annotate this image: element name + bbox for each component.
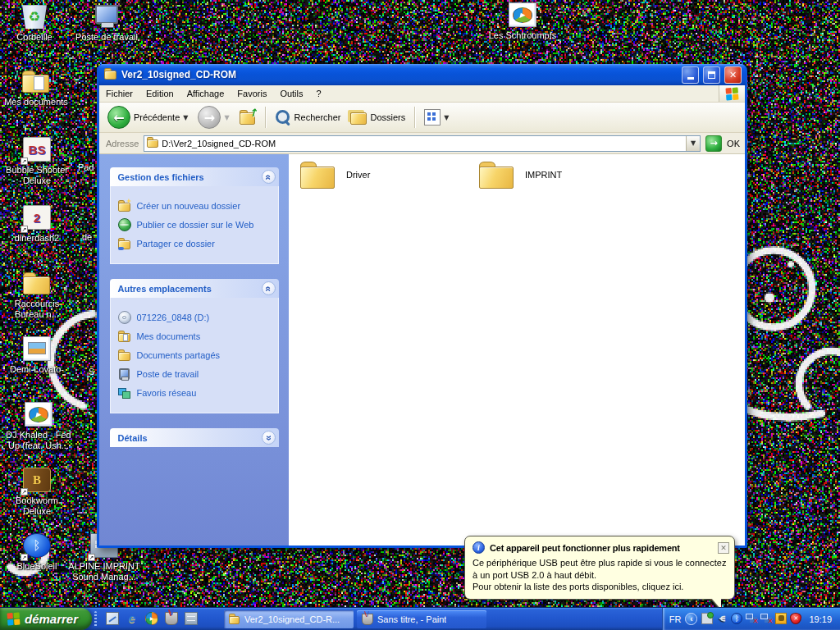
taskbar-button[interactable]: Sans titre, - Paint: [357, 610, 486, 628]
tray-usb-device[interactable]: Ψ: [716, 613, 728, 626]
chevron-down-icon[interactable]: «: [262, 431, 276, 445]
tray-safely-remove-hardware[interactable]: [701, 613, 713, 626]
section-header[interactable]: Autres emplacements«: [110, 279, 279, 298]
language-indicator[interactable]: FR: [669, 614, 682, 624]
start-label: démarrer: [25, 612, 78, 626]
section-body: Créer un nouveau dossierPublier ce dossi…: [110, 186, 279, 264]
forward-button[interactable]: → ▼: [194, 104, 232, 130]
task-link-my-computer[interactable]: Poste de travail: [118, 368, 275, 381]
balloon-text-line: à un port USB 2.0 à haut débit.: [472, 569, 728, 582]
back-button[interactable]: ← Précédente ▼: [104, 104, 191, 130]
alpine-updates-icon: [775, 613, 787, 624]
new-folder-icon: [118, 199, 131, 212]
quick-launch-app[interactable]: [185, 612, 198, 627]
maximize-button[interactable]: [703, 66, 720, 84]
views-button[interactable]: ▼: [421, 107, 452, 127]
task-link-new-folder[interactable]: Créer un nouveau dossier: [118, 199, 275, 212]
task-link-network[interactable]: Favoris réseau: [118, 386, 275, 399]
up-button[interactable]: [236, 107, 259, 127]
usb-notification-balloon[interactable]: i Cet appareil peut fonctionner plus rap…: [464, 536, 735, 600]
tray-security-alert[interactable]: ✕: [790, 613, 801, 626]
quick-launch-internet-explorer[interactable]: e: [126, 612, 139, 627]
file-tile-driver[interactable]: Driver: [300, 160, 472, 189]
task-pane: Gestion des fichiers«Créer un nouveau do…: [99, 154, 289, 546]
minimize-icon: [687, 73, 694, 80]
menu-item-outils[interactable]: Outils: [273, 85, 309, 102]
network-icon: [118, 386, 131, 399]
desktop-icon-poste-de-travail[interactable]: Poste de travail: [69, 4, 144, 43]
chevron-up-icon[interactable]: «: [262, 281, 276, 295]
start-button[interactable]: démarrer: [0, 608, 92, 630]
tray-network-disconnected[interactable]: [746, 613, 757, 626]
desktop-icon-demi-lovato[interactable]: Demi-Lovato-: [2, 336, 72, 375]
menu-item-favoris[interactable]: Favoris: [231, 85, 273, 102]
shortcut-arrow-icon: ↗: [21, 158, 28, 165]
balloon-close-button[interactable]: ✕: [718, 542, 729, 554]
desktop-icon-bubble-shooter[interactable]: BS↗Bubble Shooter Deluxe: [2, 137, 72, 186]
desktop-icon-bookworm[interactable]: B↗Bookworm Deluxe: [2, 468, 72, 517]
section-header[interactable]: Gestion des fichiers«: [110, 167, 279, 186]
desktop-icon-label-partial: Pad: [78, 162, 94, 172]
menu-item-fichier[interactable]: Fichier: [99, 85, 139, 102]
desktop-icon-les-schtroumpfs[interactable]: Les Schtroumpfs: [476, 2, 569, 41]
search-button[interactable]: Rechercher: [272, 107, 345, 127]
quick-launch-windows-media-player[interactable]: [145, 612, 158, 627]
task-pane-section: Gestion des fichiers«Créer un nouveau do…: [110, 167, 279, 264]
desktop-icon-dj-khaled[interactable]: DJ Khaled - Fed Up (feat. Ush...: [0, 402, 77, 451]
menu-item-affichage[interactable]: Affichage: [180, 85, 231, 102]
desktop-icon-label-partial: de: [82, 232, 92, 242]
task-link-cd-drive[interactable]: 071226_0848 (D:): [118, 311, 275, 324]
paint-icon: [362, 614, 373, 625]
section-header[interactable]: Détails«: [110, 428, 279, 447]
desktop-icon-mes-documents[interactable]: Mes documents: [0, 69, 72, 107]
file-tile-imprint[interactable]: IMPRINT: [479, 160, 651, 189]
views-dropdown-icon[interactable]: ▼: [444, 114, 449, 121]
my-documents-icon: [22, 69, 50, 94]
task-link-label: Documents partagés: [137, 350, 221, 360]
balloon-body[interactable]: Ce périphérique USB peut être plus rapid…: [465, 555, 734, 599]
desktop-icon-corbeille[interactable]: Corbeille: [3, 4, 66, 43]
media-file-icon: [25, 402, 52, 427]
shortcut-arrow-icon: ↗: [88, 554, 95, 561]
quick-launch-paint[interactable]: [165, 612, 178, 627]
app-icon: [185, 612, 198, 625]
task-link-share-folder[interactable]: Partager ce dossier: [118, 237, 275, 250]
maximize-icon: [708, 71, 715, 79]
folder-icon: [147, 137, 158, 148]
quick-launch-show-desktop[interactable]: [106, 612, 119, 627]
taskbar-button[interactable]: Ver2_10signed_CD-R...: [224, 610, 354, 628]
title-bar[interactable]: Ver2_10signed_CD-ROM ✕: [98, 64, 746, 85]
minimize-button[interactable]: [682, 66, 699, 84]
task-link-shared-folder[interactable]: Documents partagés: [118, 349, 275, 362]
task-buttons: Ver2_10signed_CD-R...Sans titre, - Paint: [204, 608, 486, 630]
file-list-area[interactable]: DriverIMPRINT: [289, 154, 745, 546]
task-link-my-documents[interactable]: Mes documents: [118, 330, 275, 343]
paint-icon: [165, 612, 178, 625]
quick-launch-grip[interactable]: [94, 611, 97, 627]
desktop-icon-raccourcis-bureau[interactable]: Raccourcis Bureau n...: [2, 271, 72, 320]
desktop-icon-label: Mes documents: [0, 97, 72, 107]
folders-button[interactable]: Dossiers: [347, 107, 409, 127]
close-button[interactable]: ✕: [724, 66, 742, 84]
task-link-label: Partager ce dossier: [137, 239, 215, 249]
address-input[interactable]: D:\Ver2_10signed_CD-ROM ▼: [144, 135, 701, 152]
web-publish-icon: [118, 218, 131, 231]
back-dropdown-icon[interactable]: ▼: [183, 114, 188, 121]
desktop-icon-bluesoleil[interactable]: ᛒ↗BlueSoleil: [2, 533, 72, 572]
menu-item-?[interactable]: ?: [310, 85, 328, 102]
folder-icon: [23, 271, 51, 295]
tray-network-disconnected-2[interactable]: [760, 613, 772, 626]
go-button[interactable]: →: [705, 135, 722, 152]
tray-bluetooth[interactable]: ᛒ: [731, 613, 742, 626]
shared-folder-icon: [118, 349, 131, 362]
tray-alpine-updates[interactable]: [775, 613, 787, 626]
task-link-web-publish[interactable]: Publier ce dossier sur le Web: [118, 218, 275, 231]
address-dropdown-button[interactable]: ▼: [686, 136, 700, 151]
quick-launch-bar: e: [99, 608, 204, 630]
chevron-up-icon[interactable]: «: [262, 170, 276, 184]
media-file-icon: [509, 2, 536, 27]
desktop-icon-dinerdash2[interactable]: 2↗dinerdash2: [2, 205, 72, 244]
menu-item-edition[interactable]: Edition: [139, 85, 180, 102]
tray-collapse-button[interactable]: ‹: [685, 613, 697, 625]
back-label: Précédente: [134, 112, 180, 122]
